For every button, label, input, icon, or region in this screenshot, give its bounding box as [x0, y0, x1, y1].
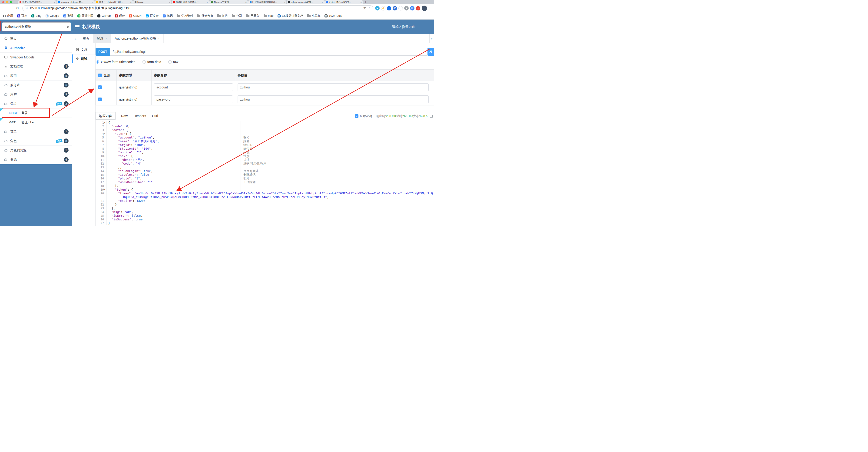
param-value-input[interactable]	[238, 83, 429, 91]
bookmark-item[interactable]: 应用	[3, 14, 13, 18]
extension-icon-2[interactable]: G	[381, 6, 385, 10]
row-checkbox[interactable]: ✓	[98, 85, 102, 89]
send-request-button[interactable]: 发	[428, 48, 434, 56]
translate-icon[interactable]: 文	[363, 6, 366, 10]
collapse-caret-icon[interactable]: ▾	[104, 121, 106, 124]
tab-document[interactable]: 文档	[72, 46, 95, 54]
browser-tab[interactable]: 汇新云|IT产品服务交...×	[325, 0, 363, 4]
bookmark-star-icon[interactable]: ☆	[368, 6, 371, 10]
param-name-input[interactable]	[154, 83, 233, 91]
sidebar-item-11[interactable]: 角色NEW8	[0, 136, 72, 146]
sidebar-item-3[interactable]: 文档管理3	[0, 62, 72, 71]
browser-menu-icon[interactable]: ⋮	[428, 6, 432, 10]
sidebar-item-4[interactable]: 应用5	[0, 71, 72, 81]
sidebar-item-6[interactable]: 用户9	[0, 90, 72, 99]
tab-close-icon[interactable]: ×	[54, 1, 55, 3]
search-input[interactable]	[392, 25, 423, 29]
browser-tab[interactable]: Node.js 中文网×	[210, 0, 248, 4]
content-tab-2[interactable]: Authorize-authority-权限模块×	[111, 34, 164, 43]
bookmark-item[interactable]: 微信	[217, 14, 227, 18]
collapse-caret-icon[interactable]: ▾	[104, 154, 106, 158]
show-description-checkbox[interactable]: ✓	[355, 114, 359, 118]
collapse-caret-icon[interactable]: ▾	[104, 188, 106, 192]
bookmark-item[interactable]: 已导入	[246, 14, 259, 18]
profile-avatar[interactable]	[422, 6, 427, 11]
select-all-checkbox[interactable]: ✓	[98, 74, 102, 77]
tab-close-icon[interactable]: ×	[284, 1, 285, 3]
content-tab-0[interactable]: 主页	[79, 34, 93, 43]
tab-close-icon[interactable]: ×	[322, 1, 323, 3]
back-icon[interactable]: ←	[2, 6, 8, 10]
reload-icon[interactable]: ↻	[14, 6, 21, 10]
bookmark-item[interactable]: ☁百度云	[146, 14, 159, 18]
address-bar[interactable]: ⓘ 127.0.0.1:8760/api/gate/doc.html#/auth…	[22, 5, 373, 11]
sidebar-endpoint-post-登录[interactable]: POST登录	[0, 109, 72, 118]
row-checkbox[interactable]: ✓	[98, 97, 102, 101]
browser-tab[interactable]: github_pusher实时推...×	[287, 0, 325, 4]
response-tab-Headers[interactable]: Headers	[134, 114, 146, 118]
tab-close-icon[interactable]: ×	[105, 37, 107, 40]
bookmark-item[interactable]: CCSDN	[129, 14, 141, 18]
bookmark-item[interactable]: mac	[264, 14, 274, 18]
content-type-radio-form-data[interactable]: form-data	[143, 60, 161, 64]
response-tab-响应内容[interactable]: 响应内容	[96, 112, 116, 120]
response-tab-Curl[interactable]: Curl	[152, 114, 158, 118]
bookmark-item[interactable]: 译翻译	[63, 14, 73, 18]
extension-icon-7[interactable]: 站	[410, 6, 414, 10]
tab-close-icon[interactable]: ×	[130, 1, 131, 3]
browser-tab[interactable]: temporary-Interior 知...×	[57, 0, 95, 4]
sidebar-item-13[interactable]: 资源6	[0, 155, 72, 164]
tab-close-icon[interactable]: ×	[92, 1, 93, 3]
tab-close-icon[interactable]: ×	[245, 1, 247, 3]
browser-tab[interactable]: 坚果云 - 私有云|企业网...×	[95, 0, 133, 4]
tab-close-icon[interactable]: ×	[207, 1, 208, 3]
bookmark-item[interactable]: 学习资料	[177, 14, 193, 18]
bookmark-item[interactable]: ESES搜索引擎文档	[278, 14, 303, 18]
zoom-window-icon[interactable]	[10, 1, 12, 3]
param-value-input[interactable]	[238, 95, 429, 103]
menu-toggle-icon[interactable]	[75, 25, 80, 26]
module-select[interactable]: authority-权限模块	[2, 22, 71, 31]
url-text[interactable]: 127.0.0.1:8760/api/gate/doc.html#/author…	[30, 6, 362, 10]
bookmark-item[interactable]: 101024Tools	[324, 14, 342, 18]
tab-debug[interactable]: 调试	[72, 54, 95, 63]
site-info-icon[interactable]: ⓘ	[25, 6, 28, 10]
sidebar-item-0[interactable]: 主页	[0, 34, 72, 43]
bookmark-item[interactable]: 什么都有	[197, 14, 213, 18]
tab-close-icon[interactable]: ×	[360, 1, 362, 3]
bookmark-item[interactable]: GitHub	[97, 14, 111, 18]
sidebar-item-12[interactable]: 角色的资源1	[0, 146, 72, 155]
collapse-caret-icon[interactable]: ▾	[104, 128, 106, 132]
response-tab-Raw[interactable]: Raw	[121, 114, 128, 118]
sidebar-endpoint-get-验证token[interactable]: GET验证token	[0, 118, 72, 127]
bookmark-item[interactable]: 百百度	[17, 14, 27, 18]
bookmark-item[interactable]: ✎笔记	[163, 14, 173, 18]
extension-icon-8[interactable]: ❖	[416, 6, 420, 10]
browser-tab[interactable]: 温度计|温度计在线...×	[18, 0, 56, 4]
browser-tab[interactable]: 区块链深度学习博客|区...×	[248, 0, 286, 4]
bookmark-item[interactable]: 小目标	[307, 14, 320, 18]
close-window-icon[interactable]	[2, 1, 4, 3]
fullscreen-icon[interactable]	[430, 115, 433, 117]
bookmark-item[interactable]: bBing	[31, 14, 41, 18]
minimize-window-icon[interactable]	[6, 1, 8, 3]
request-url-field[interactable]	[110, 48, 428, 56]
sidebar-item-2[interactable]: Swagger Models	[0, 53, 72, 62]
sidebar-item-7[interactable]: 登录NEW2	[0, 99, 72, 109]
collapse-caret-icon[interactable]: ▾	[104, 132, 106, 136]
collapse-tabs-left-icon[interactable]: «	[72, 34, 79, 43]
extension-icon-5[interactable]	[398, 6, 403, 10]
bookmark-item[interactable]: 公司	[232, 14, 242, 18]
content-type-radio-raw[interactable]: raw	[168, 60, 179, 64]
param-name-input[interactable]	[154, 95, 233, 103]
forward-icon[interactable]: →	[8, 6, 14, 10]
tab-close-icon[interactable]: ×	[168, 1, 170, 3]
collapse-tabs-right-icon[interactable]: »	[429, 34, 434, 43]
new-tab-button[interactable]: +	[365, 0, 366, 4]
content-type-radio-x-www-form-urlencoded[interactable]: x-www-form-urlencoded	[96, 60, 135, 64]
sidebar-item-10[interactable]: 菜单7	[0, 127, 72, 136]
bookmark-item[interactable]: GGoogle	[45, 14, 59, 18]
content-tab-1[interactable]: 登录×	[93, 34, 111, 43]
extension-icon-1[interactable]: ▶	[375, 6, 380, 10]
extension-icon-3[interactable]	[387, 6, 391, 10]
